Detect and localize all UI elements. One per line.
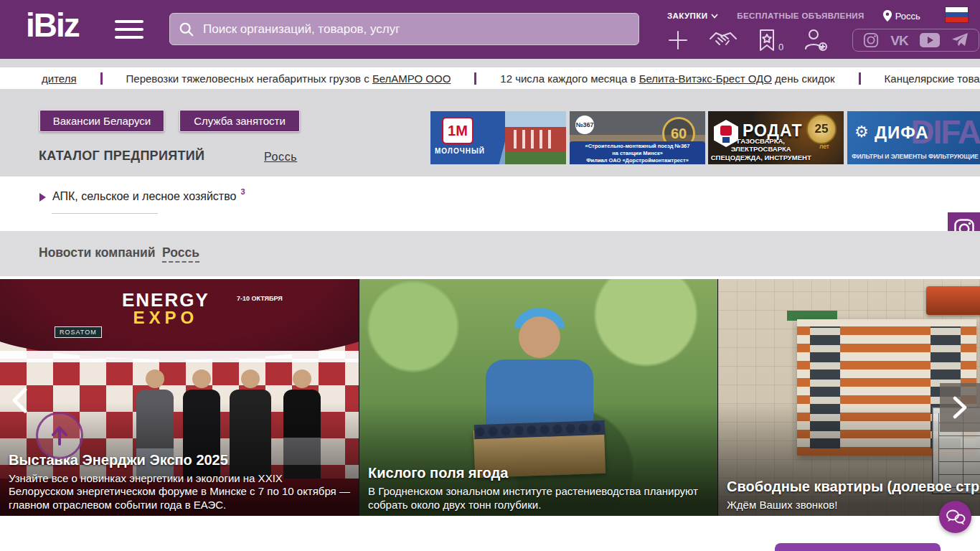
banner-caption: ГАЗОСВАРКА, ЭЛЕКТРОСВАРКА (708, 137, 814, 153)
favorites-count: 0 (778, 42, 783, 52)
news-card-energy-expo[interactable]: ENERGYEXPO 7-10 ОКТЯБРЯ ROSATOM Выставка… (0, 279, 359, 516)
search-icon (179, 22, 194, 37)
banner-smp367[interactable]: №367 60 лет «Строительно-монтажный поезд… (570, 111, 705, 164)
ticker-link[interactable]: дителя (42, 72, 77, 85)
news-slider: ENERGYEXPO 7-10 ОКТЯБРЯ ROSATOM Выставка… (0, 279, 980, 516)
chevron-down-icon (711, 14, 718, 19)
telegram-icon[interactable] (951, 32, 969, 48)
logo[interactable]: iBiz (26, 9, 79, 42)
favorites-bookmark[interactable]: 0 (758, 29, 783, 52)
arrow-up-icon (50, 425, 69, 446)
banner-caption: СПЕЦОДЕЖДА, ИНСТРУМЕНТ (708, 154, 814, 161)
banner-caption: «Строительно-монтажный поезд №367на стан… (570, 141, 705, 164)
menu-icon[interactable] (115, 20, 143, 39)
banner-building-image (505, 111, 566, 164)
ticker-item: дителя (0, 72, 100, 85)
ticker-link[interactable]: Белита-Витэкс-Брест ОДО (639, 72, 772, 85)
banner-label: МОЛОЧНЫЙ (435, 147, 485, 155)
add-company-icon[interactable] (667, 29, 689, 51)
slider-prev-button[interactable] (10, 387, 29, 413)
handshake-icon[interactable] (709, 29, 738, 51)
nav-free-ads[interactable]: БЕСПЛАТНЫЕ ОБЪЯВЛЕНИЯ (737, 11, 864, 20)
page: iBiz ЗАКУПКИ БЕСПЛАТНЫЕ ОБЪЯВЛЕНИЯ Россь (0, 0, 980, 551)
banner-badge-sub: лет (819, 143, 829, 150)
bottom-action-button[interactable] (775, 543, 941, 551)
gear-icon: ⚙ (854, 123, 869, 141)
banner-logo: №367 (575, 116, 594, 134)
instagram-icon[interactable] (863, 32, 879, 48)
catalog-title: КАТАЛОГ ПРЕДПРИЯТИЙ (39, 149, 204, 164)
ticker-link[interactable]: БелАМРО ООО (372, 72, 451, 85)
ticker-item: Перевозки тяжеловесных негабаритных груз… (103, 72, 475, 85)
ticker-item: 12 числа каждого месяца в Белита-Витэкс-… (476, 72, 858, 85)
russia-flag-icon[interactable] (946, 7, 968, 22)
news-card-blueberry[interactable]: Кислого поля ягода В Гродненском зональн… (359, 279, 717, 516)
category-label: АПК, сельское и лесное хозяйство (52, 190, 236, 203)
nav-zakupki[interactable]: ЗАКУПКИ (667, 11, 718, 20)
news-ticker: дителя Перевозки тяжеловесных негабаритн… (0, 67, 980, 89)
social-links-box: VK (852, 29, 979, 52)
category-count: 3 (240, 187, 245, 196)
card-text: В Гродненском зональном институте растен… (368, 485, 709, 512)
chat-bubbles-icon (946, 509, 966, 526)
slider-next-button[interactable] (940, 383, 980, 432)
chat-widget-button[interactable] (939, 501, 971, 533)
bookmark-star-icon (758, 29, 776, 52)
header-icons: 0 VK (667, 26, 969, 55)
card-text: Узнайте все о новинках энергетики и экол… (9, 472, 350, 512)
chevron-right-icon (952, 396, 968, 419)
ticker-item: Канцелярские товары (861, 72, 980, 85)
banner-logo: 1М (442, 117, 473, 144)
scroll-to-top-button[interactable] (36, 412, 83, 459)
youtube-icon[interactable] (920, 33, 940, 47)
map-pin-icon (883, 10, 892, 22)
banner-brand: ДИФА (875, 123, 929, 143)
employment-button[interactable]: Служба занятости (179, 110, 300, 132)
category-arrow-icon (39, 193, 46, 202)
search-input[interactable] (202, 22, 630, 37)
banner-rodat[interactable]: РОДАТ 25 лет ГАЗОСВАРКА, ЭЛЕКТРОСВАРКА С… (708, 111, 844, 164)
banner-caption: ФИЛЬТРЫ И ЭЛЕМЕНТЫ ФИЛЬТРУЮЩИЕ (847, 153, 980, 160)
nav-zakupki-label: ЗАКУПКИ (667, 11, 707, 20)
banner-molochny[interactable]: 1М МОЛОЧНЫЙ (430, 111, 566, 164)
category-divider (52, 213, 158, 214)
header: iBiz ЗАКУПКИ БЕСПЛАТНЫЕ ОБЪЯВЛЕНИЯ Россь (0, 0, 980, 59)
banner-difa[interactable]: DIFA ⚙ ДИФА ФИЛЬТРЫ И ЭЛЕМЕНТЫ ФИЛЬТРУЮЩ… (847, 111, 980, 164)
category-apk[interactable]: АПК, сельское и лесное хозяйство 3 (39, 190, 245, 203)
card-title: Свободные квартиры (долевое строительств… (727, 479, 980, 495)
location[interactable]: Россь (883, 10, 920, 22)
header-nav: ЗАКУПКИ БЕСПЛАТНЫЕ ОБЪЯВЛЕНИЯ Россь (667, 9, 969, 23)
vk-icon[interactable]: VK (890, 34, 908, 47)
catalog-region-link[interactable]: Россь (264, 151, 297, 164)
register-person-icon[interactable] (804, 29, 828, 52)
vacancies-button[interactable]: Вакансии Беларуси (39, 110, 164, 132)
company-news-title: Новости компаний (39, 245, 156, 260)
search-box (169, 13, 639, 45)
company-news-bar: Новости компаний Россь (0, 231, 980, 276)
location-label: Россь (895, 11, 920, 22)
chevron-left-icon (10, 387, 29, 413)
card-title: Кислого поля ягода (368, 465, 709, 481)
company-news-region-link[interactable]: Россь (162, 245, 199, 263)
